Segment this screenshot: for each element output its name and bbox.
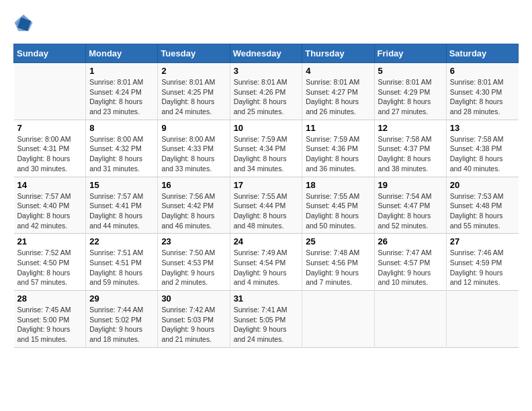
logo	[13, 13, 37, 34]
calendar-cell: 7Sunrise: 8:00 AMSunset: 4:31 PMDaylight…	[14, 120, 86, 177]
day-header-wednesday: Wednesday	[230, 44, 302, 63]
logo-icon	[13, 13, 34, 34]
day-number: 7	[17, 123, 83, 133]
calendar-cell: 10Sunrise: 7:59 AMSunset: 4:34 PMDayligh…	[230, 120, 302, 177]
cell-info: Sunrise: 8:01 AMSunset: 4:26 PMDaylight:…	[234, 78, 287, 116]
calendar-cell: 28Sunrise: 7:45 AMSunset: 5:00 PMDayligh…	[14, 291, 86, 348]
day-number: 27	[450, 236, 515, 246]
day-number: 17	[234, 180, 299, 190]
calendar-cell: 3Sunrise: 8:01 AMSunset: 4:26 PMDaylight…	[230, 63, 302, 120]
cell-info: Sunrise: 7:47 AMSunset: 4:57 PMDaylight:…	[378, 248, 432, 286]
day-number: 3	[234, 66, 299, 76]
day-number: 26	[378, 236, 443, 246]
day-number: 2	[161, 66, 226, 76]
cell-info: Sunrise: 7:55 AMSunset: 4:44 PMDaylight:…	[234, 192, 287, 230]
day-header-friday: Friday	[374, 44, 446, 63]
page-header	[13, 13, 519, 34]
day-header-monday: Monday	[86, 44, 158, 63]
cell-info: Sunrise: 7:56 AMSunset: 4:42 PMDaylight:…	[161, 192, 215, 230]
calendar-cell: 30Sunrise: 7:42 AMSunset: 5:03 PMDayligh…	[158, 291, 230, 348]
cell-info: Sunrise: 7:59 AMSunset: 4:34 PMDaylight:…	[234, 135, 287, 173]
cell-info: Sunrise: 8:01 AMSunset: 4:27 PMDaylight:…	[306, 78, 359, 116]
week-row-5: 28Sunrise: 7:45 AMSunset: 5:00 PMDayligh…	[14, 291, 519, 348]
calendar-cell: 12Sunrise: 7:58 AMSunset: 4:37 PMDayligh…	[374, 120, 446, 177]
day-number: 31	[234, 293, 299, 304]
day-header-saturday: Saturday	[446, 44, 518, 63]
cell-info: Sunrise: 7:48 AMSunset: 4:56 PMDaylight:…	[306, 248, 359, 286]
cell-info: Sunrise: 7:55 AMSunset: 4:45 PMDaylight:…	[306, 192, 359, 230]
cell-info: Sunrise: 7:44 AMSunset: 5:02 PMDaylight:…	[89, 306, 143, 343]
calendar-cell: 4Sunrise: 8:01 AMSunset: 4:27 PMDaylight…	[302, 63, 374, 120]
cell-info: Sunrise: 7:54 AMSunset: 4:47 PMDaylight:…	[378, 192, 432, 230]
calendar-cell: 21Sunrise: 7:52 AMSunset: 4:50 PMDayligh…	[14, 234, 86, 291]
cell-info: Sunrise: 7:59 AMSunset: 4:36 PMDaylight:…	[306, 135, 359, 173]
cell-info: Sunrise: 7:41 AMSunset: 5:05 PMDaylight:…	[234, 306, 287, 343]
calendar-cell: 22Sunrise: 7:51 AMSunset: 4:51 PMDayligh…	[86, 234, 158, 291]
cell-info: Sunrise: 8:00 AMSunset: 4:33 PMDaylight:…	[161, 135, 215, 173]
calendar-cell: 8Sunrise: 8:00 AMSunset: 4:32 PMDaylight…	[86, 120, 158, 177]
day-number: 15	[89, 180, 154, 190]
cell-info: Sunrise: 8:00 AMSunset: 4:31 PMDaylight:…	[17, 135, 71, 173]
day-number: 11	[306, 123, 370, 133]
cell-info: Sunrise: 8:01 AMSunset: 4:29 PMDaylight:…	[378, 78, 432, 116]
calendar-cell: 20Sunrise: 7:53 AMSunset: 4:48 PMDayligh…	[446, 177, 518, 234]
day-number: 22	[89, 236, 154, 246]
day-number: 9	[161, 123, 226, 133]
cell-info: Sunrise: 7:46 AMSunset: 4:59 PMDaylight:…	[450, 248, 504, 286]
day-number: 24	[234, 236, 299, 246]
cell-info: Sunrise: 7:50 AMSunset: 4:53 PMDaylight:…	[161, 248, 215, 286]
calendar-cell: 26Sunrise: 7:47 AMSunset: 4:57 PMDayligh…	[374, 234, 446, 291]
day-number: 5	[378, 66, 443, 76]
calendar-cell: 27Sunrise: 7:46 AMSunset: 4:59 PMDayligh…	[446, 234, 518, 291]
cell-info: Sunrise: 8:01 AMSunset: 4:24 PMDaylight:…	[89, 78, 143, 116]
cell-info: Sunrise: 7:53 AMSunset: 4:48 PMDaylight:…	[450, 192, 504, 230]
calendar-cell: 25Sunrise: 7:48 AMSunset: 4:56 PMDayligh…	[302, 234, 374, 291]
day-number: 4	[306, 66, 370, 76]
calendar-cell: 17Sunrise: 7:55 AMSunset: 4:44 PMDayligh…	[230, 177, 302, 234]
week-row-4: 21Sunrise: 7:52 AMSunset: 4:50 PMDayligh…	[14, 234, 519, 291]
calendar-cell: 18Sunrise: 7:55 AMSunset: 4:45 PMDayligh…	[302, 177, 374, 234]
cell-info: Sunrise: 7:45 AMSunset: 5:00 PMDaylight:…	[17, 306, 71, 343]
calendar-cell: 23Sunrise: 7:50 AMSunset: 4:53 PMDayligh…	[158, 234, 230, 291]
calendar-cell	[374, 291, 446, 348]
calendar-cell: 14Sunrise: 7:57 AMSunset: 4:40 PMDayligh…	[14, 177, 86, 234]
day-number: 13	[450, 123, 515, 133]
calendar-cell: 5Sunrise: 8:01 AMSunset: 4:29 PMDaylight…	[374, 63, 446, 120]
day-number: 1	[89, 66, 154, 76]
calendar-cell	[14, 63, 86, 120]
calendar-cell: 6Sunrise: 8:01 AMSunset: 4:30 PMDaylight…	[446, 63, 518, 120]
week-row-1: 1Sunrise: 8:01 AMSunset: 4:24 PMDaylight…	[14, 63, 519, 120]
day-number: 12	[378, 123, 443, 133]
calendar-cell: 16Sunrise: 7:56 AMSunset: 4:42 PMDayligh…	[158, 177, 230, 234]
calendar-cell	[446, 291, 518, 348]
cell-info: Sunrise: 7:57 AMSunset: 4:41 PMDaylight:…	[89, 192, 143, 230]
day-number: 19	[378, 180, 443, 190]
cell-info: Sunrise: 8:01 AMSunset: 4:30 PMDaylight:…	[450, 78, 504, 116]
cell-info: Sunrise: 7:52 AMSunset: 4:50 PMDaylight:…	[17, 248, 71, 286]
calendar-cell: 2Sunrise: 8:01 AMSunset: 4:25 PMDaylight…	[158, 63, 230, 120]
cell-info: Sunrise: 8:01 AMSunset: 4:25 PMDaylight:…	[161, 78, 215, 116]
day-header-sunday: Sunday	[14, 44, 86, 63]
cell-info: Sunrise: 7:49 AMSunset: 4:54 PMDaylight:…	[234, 248, 287, 286]
day-number: 6	[450, 66, 515, 76]
cell-info: Sunrise: 8:00 AMSunset: 4:32 PMDaylight:…	[89, 135, 143, 173]
day-number: 29	[89, 293, 154, 304]
cell-info: Sunrise: 7:57 AMSunset: 4:40 PMDaylight:…	[17, 192, 71, 230]
calendar-cell	[302, 291, 374, 348]
day-number: 8	[89, 123, 154, 133]
day-number: 20	[450, 180, 515, 190]
day-number: 10	[234, 123, 299, 133]
day-header-tuesday: Tuesday	[158, 44, 230, 63]
calendar-cell: 13Sunrise: 7:58 AMSunset: 4:38 PMDayligh…	[446, 120, 518, 177]
calendar-cell: 9Sunrise: 8:00 AMSunset: 4:33 PMDaylight…	[158, 120, 230, 177]
cell-info: Sunrise: 7:58 AMSunset: 4:38 PMDaylight:…	[450, 135, 504, 173]
day-number: 25	[306, 236, 370, 246]
calendar-cell: 31Sunrise: 7:41 AMSunset: 5:05 PMDayligh…	[230, 291, 302, 348]
calendar-cell: 15Sunrise: 7:57 AMSunset: 4:41 PMDayligh…	[86, 177, 158, 234]
day-number: 28	[17, 293, 83, 304]
calendar-table: SundayMondayTuesdayWednesdayThursdayFrid…	[13, 44, 519, 348]
calendar-cell: 11Sunrise: 7:59 AMSunset: 4:36 PMDayligh…	[302, 120, 374, 177]
day-number: 18	[306, 180, 370, 190]
week-row-2: 7Sunrise: 8:00 AMSunset: 4:31 PMDaylight…	[14, 120, 519, 177]
day-number: 23	[161, 236, 226, 246]
